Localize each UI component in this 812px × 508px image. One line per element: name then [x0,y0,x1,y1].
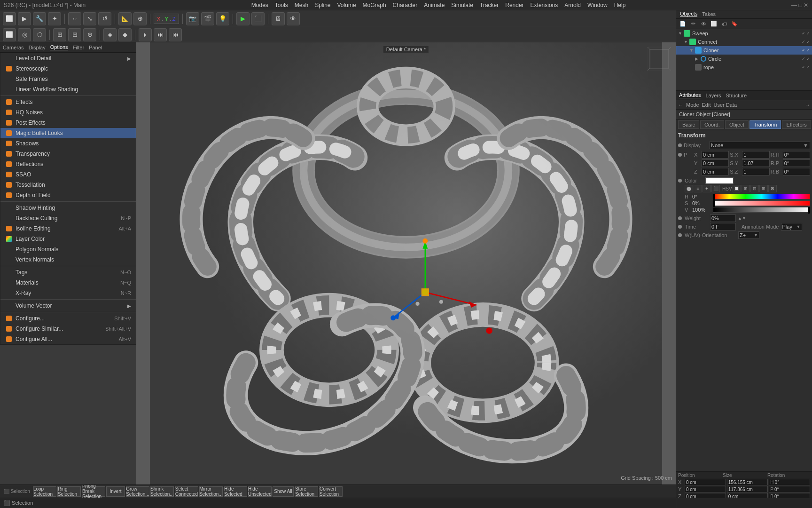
rot-h-val[interactable]: H0° [769,479,810,485]
s-z-field[interactable]: 1 [742,168,769,175]
menu-item-post-effects[interactable]: Post Effects [0,118,136,128]
tab-objects[interactable]: Objects [680,11,697,17]
menu-render[interactable]: Render [505,2,523,8]
sweep-visible2[interactable]: ✓ [806,31,810,36]
menu-item-backface-culling[interactable]: Backface Culling N~P [0,213,136,223]
tab-takes[interactable]: Takes [702,11,716,17]
menu-spline[interactable]: Spline [315,2,330,8]
circle-v1[interactable]: ✓ [802,56,805,61]
s-x-field[interactable]: 1 [742,151,769,159]
obj-rope[interactable]: ▶ rope ✓ ✓ [676,63,812,71]
connect-v1[interactable]: ✓ [802,40,805,44]
menu-arnold[interactable]: Arnold [564,2,581,8]
toolbar-stop[interactable]: ⬛ [251,12,265,25]
menu-item-reflections[interactable]: Reflections [0,159,136,169]
color-sample-btn[interactable]: ⬛ [711,185,720,192]
menu-item-vertex-normals[interactable]: Vertex Normals [0,254,136,265]
size-x-val[interactable]: 156.155 cm [727,479,768,485]
s-y-field[interactable]: 1.07 [742,159,769,167]
menu-window[interactable]: Window [587,2,608,8]
toolbar-render-view[interactable]: 👁 [287,12,300,25]
menu-simulate[interactable]: Simulate [451,2,473,8]
menu-item-ssao[interactable]: SSAO [0,169,136,180]
p-z-field[interactable]: 0 cm [702,168,729,175]
toolbar-rotate[interactable]: ↺ [98,12,111,25]
toolbar2-btn3[interactable]: ⬡ [33,28,46,41]
connect-v2[interactable]: ✓ [806,40,810,44]
wuv-field[interactable]: Z+ ▼ [738,231,759,239]
rope-v2[interactable]: ✓ [806,65,810,70]
toolbar-btn-4[interactable]: ✦ [48,12,61,25]
color-swatch[interactable] [705,177,734,184]
tab-mode[interactable]: Mode [686,102,699,108]
obj-circle[interactable]: ▶ Circle ✓ ✓ [676,55,812,63]
tab-cameras[interactable]: Cameras [3,45,24,50]
toolbar-camera-btn[interactable]: 📷 [186,12,199,25]
menu-mesh[interactable]: Mesh [295,2,308,8]
window-controls[interactable]: — □ ✕ [791,2,808,8]
p-y-field[interactable]: 0 cm [702,159,729,167]
toolbar2-animate[interactable]: ⏵ [139,28,152,41]
shrink-selection-btn[interactable]: Shrink Selection... [150,486,174,497]
toolbar-render-queue[interactable]: 🖥 [272,12,285,25]
toolbar-scale[interactable]: ⤡ [83,12,96,25]
menu-modes[interactable]: Modes [251,2,268,8]
size-y-val[interactable]: 117.866 cm [727,486,768,492]
loop-selection-btn[interactable]: Loop Selection [33,486,56,497]
toolbar-btn-1[interactable]: ⬜ [3,12,16,25]
h-slider[interactable] [713,194,810,199]
menu-item-level-of-detail[interactable]: Level of Detail ▶ [0,53,136,64]
obj-file-btn[interactable]: 📄 [678,20,687,28]
tab-object[interactable]: Object [725,120,749,129]
color-arr3[interactable]: ⊞ [759,185,768,192]
toolbar-axis[interactable]: ⊕ [133,12,147,25]
toolbar-light-btn[interactable]: 💡 [216,12,229,25]
menu-item-shadows[interactable]: Shadows [0,138,136,149]
display-field[interactable]: None ▼ [709,142,810,149]
menu-character[interactable]: Character [393,2,418,8]
menu-item-hq-noises[interactable]: HQ Noises [0,107,136,118]
menu-item-volume-vector[interactable]: Volume Vector ▶ [0,301,136,311]
menu-mograph[interactable]: MoGraph [363,2,386,8]
attrs-nav-back[interactable]: ← [678,102,683,108]
toolbar2-btn2[interactable]: ◎ [18,28,31,41]
menu-item-xray[interactable]: X-Ray N~R [0,288,136,298]
obj-sweep[interactable]: ▼ Sweep ✓ ✓ [676,29,812,38]
s-handle[interactable] [713,200,715,207]
menu-item-depth-of-field[interactable]: Depth of Field [0,190,136,200]
s-slider[interactable] [713,200,810,206]
p-x-field[interactable]: 0 cm [702,151,729,159]
toolbar-btn-3[interactable]: 🔧 [33,12,46,25]
toolbar-render-btn[interactable]: 🎬 [201,12,214,25]
toolbar2-btn4[interactable]: ⊞ [53,28,66,41]
store-selection-btn[interactable]: Store Selection [295,486,318,497]
color-picker-btn[interactable]: ✦ [703,185,711,192]
obj-cloner[interactable]: ▼ Cloner ✓ ✓ [676,46,812,55]
tab-effectors[interactable]: Effectors [782,120,811,129]
pos-x-val[interactable]: 0 cm [685,479,726,485]
menu-animate[interactable]: Animate [424,2,445,8]
toolbar-snap[interactable]: 📐 [118,12,132,25]
attrs-nav-forward[interactable]: → [805,102,810,108]
pos-y-val[interactable]: 0 cm [685,486,726,492]
toolbar2-btn6[interactable]: ⊕ [83,28,96,41]
anim-mode-field[interactable]: Play ▼ [781,223,802,230]
toolbar2-mode[interactable]: ◈ [103,28,117,41]
toolbar2-btn1[interactable]: ⬜ [3,28,16,41]
toolbar-play[interactable]: ▶ [236,12,250,25]
obj-connect[interactable]: ▼ Connect ✓ ✓ [676,38,812,46]
tab-options[interactable]: Options [50,44,68,50]
tab-attributes[interactable]: Attributes [679,92,701,98]
menu-item-layer-color[interactable]: Layer Color [0,234,136,244]
toolbar2-btn11[interactable]: ⏮ [169,28,182,41]
show-all-btn[interactable]: Show All [273,486,294,497]
menu-item-tags[interactable]: Tags N~O [0,267,136,278]
menu-extensions[interactable]: Extensions [531,2,558,8]
phong-break-btn[interactable]: Phong Break Selection [82,486,105,497]
color-arr2[interactable]: ⊟ [750,185,759,192]
tab-user-data[interactable]: User Data [714,102,737,108]
circle-v2[interactable]: ✓ [806,56,810,61]
mirror-selection-btn[interactable]: Mirror Selection... [199,486,223,497]
h-handle[interactable] [713,194,715,200]
toolbar2-btn8[interactable]: ◆ [118,28,132,41]
